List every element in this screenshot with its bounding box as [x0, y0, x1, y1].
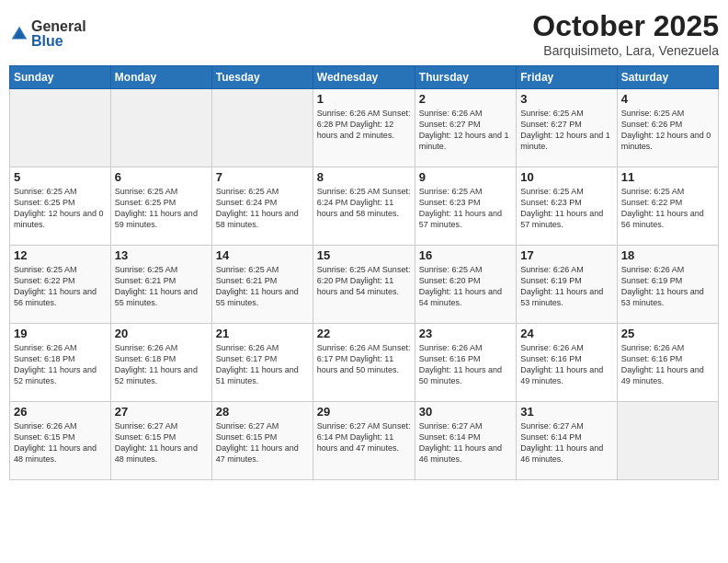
calendar-cell: 22Sunrise: 6:26 AM Sunset: 6:17 PM Dayli… — [313, 324, 415, 402]
day-info: Sunrise: 6:26 AM Sunset: 6:19 PM Dayligh… — [520, 264, 612, 309]
day-number: 5 — [14, 170, 107, 184]
day-number: 22 — [317, 327, 411, 340]
day-number: 25 — [621, 327, 714, 340]
day-info: Sunrise: 6:25 AM Sunset: 6:26 PM Dayligh… — [621, 108, 714, 153]
calendar-week-4: 19Sunrise: 6:26 AM Sunset: 6:18 PM Dayli… — [10, 324, 719, 402]
day-info: Sunrise: 6:26 AM Sunset: 6:28 PM Dayligh… — [317, 108, 411, 141]
day-number: 2 — [419, 92, 512, 106]
calendar-cell: 17Sunrise: 6:26 AM Sunset: 6:19 PM Dayli… — [517, 246, 617, 324]
calendar-cell: 3Sunrise: 6:25 AM Sunset: 6:27 PM Daylig… — [517, 89, 617, 167]
col-thursday: Thursday — [415, 66, 516, 89]
calendar-cell: 13Sunrise: 6:25 AM Sunset: 6:21 PM Dayli… — [110, 246, 211, 324]
calendar-body: 1Sunrise: 6:26 AM Sunset: 6:28 PM Daylig… — [10, 89, 719, 480]
day-number: 7 — [216, 170, 309, 184]
calendar-cell: 20Sunrise: 6:26 AM Sunset: 6:18 PM Dayli… — [110, 324, 211, 402]
calendar-cell: 31Sunrise: 6:27 AM Sunset: 6:14 PM Dayli… — [517, 402, 617, 480]
day-number: 31 — [520, 405, 612, 419]
calendar-cell: 25Sunrise: 6:26 AM Sunset: 6:16 PM Dayli… — [617, 324, 718, 402]
day-info: Sunrise: 6:25 AM Sunset: 6:25 PM Dayligh… — [14, 186, 107, 231]
day-number: 19 — [14, 327, 107, 340]
page: General Blue October 2025 Barquisimeto, … — [0, 0, 728, 563]
location: Barquisimeto, Lara, Venezuela — [532, 43, 719, 58]
day-number: 6 — [115, 170, 208, 184]
day-number: 8 — [317, 170, 411, 184]
logo-icon — [9, 24, 29, 44]
day-number: 24 — [520, 327, 612, 340]
day-number: 17 — [520, 248, 612, 262]
calendar-cell: 9Sunrise: 6:25 AM Sunset: 6:23 PM Daylig… — [415, 167, 516, 246]
header-row: Sunday Monday Tuesday Wednesday Thursday… — [10, 66, 719, 89]
calendar-cell: 30Sunrise: 6:27 AM Sunset: 6:14 PM Dayli… — [415, 402, 516, 480]
day-info: Sunrise: 6:25 AM Sunset: 6:22 PM Dayligh… — [621, 186, 714, 231]
col-friday: Friday — [517, 66, 617, 89]
calendar-cell: 10Sunrise: 6:25 AM Sunset: 6:23 PM Dayli… — [517, 167, 617, 246]
calendar-table: Sunday Monday Tuesday Wednesday Thursday… — [9, 65, 719, 480]
day-number: 12 — [14, 248, 107, 262]
day-info: Sunrise: 6:25 AM Sunset: 6:27 PM Dayligh… — [520, 108, 612, 153]
day-number: 27 — [115, 405, 208, 419]
header: General Blue October 2025 Barquisimeto, … — [9, 9, 719, 58]
day-info: Sunrise: 6:26 AM Sunset: 6:19 PM Dayligh… — [621, 264, 714, 309]
col-saturday: Saturday — [617, 66, 718, 89]
day-number: 4 — [621, 92, 714, 106]
calendar-cell: 5Sunrise: 6:25 AM Sunset: 6:25 PM Daylig… — [10, 167, 111, 246]
calendar-cell: 15Sunrise: 6:25 AM Sunset: 6:20 PM Dayli… — [313, 246, 415, 324]
day-number: 13 — [115, 248, 208, 262]
col-monday: Monday — [110, 66, 211, 89]
day-number: 20 — [115, 327, 208, 340]
day-info: Sunrise: 6:26 AM Sunset: 6:27 PM Dayligh… — [419, 108, 512, 153]
day-number: 3 — [520, 92, 612, 106]
day-info: Sunrise: 6:25 AM Sunset: 6:23 PM Dayligh… — [520, 186, 612, 231]
month-title: October 2025 — [532, 9, 719, 43]
day-info: Sunrise: 6:26 AM Sunset: 6:18 PM Dayligh… — [14, 342, 107, 387]
day-info: Sunrise: 6:27 AM Sunset: 6:14 PM Dayligh… — [419, 420, 512, 465]
col-tuesday: Tuesday — [211, 66, 313, 89]
day-number: 1 — [317, 92, 411, 106]
calendar-cell: 6Sunrise: 6:25 AM Sunset: 6:25 PM Daylig… — [110, 167, 211, 246]
calendar-cell: 1Sunrise: 6:26 AM Sunset: 6:28 PM Daylig… — [313, 89, 415, 167]
calendar-cell: 14Sunrise: 6:25 AM Sunset: 6:21 PM Dayli… — [211, 246, 313, 324]
logo-blue-text: Blue — [31, 34, 86, 49]
day-info: Sunrise: 6:25 AM Sunset: 6:20 PM Dayligh… — [317, 264, 411, 297]
calendar-cell: 28Sunrise: 6:27 AM Sunset: 6:15 PM Dayli… — [211, 402, 313, 480]
calendar-cell: 29Sunrise: 6:27 AM Sunset: 6:14 PM Dayli… — [313, 402, 415, 480]
day-info: Sunrise: 6:26 AM Sunset: 6:17 PM Dayligh… — [317, 342, 411, 375]
day-info: Sunrise: 6:25 AM Sunset: 6:21 PM Dayligh… — [216, 264, 309, 309]
day-number: 23 — [419, 327, 512, 340]
calendar-week-1: 1Sunrise: 6:26 AM Sunset: 6:28 PM Daylig… — [10, 89, 719, 167]
calendar-cell — [211, 89, 313, 167]
day-number: 11 — [621, 170, 714, 184]
day-info: Sunrise: 6:26 AM Sunset: 6:18 PM Dayligh… — [115, 342, 208, 387]
logo-general-text: General — [31, 19, 86, 34]
day-number: 21 — [216, 327, 309, 340]
calendar-cell: 2Sunrise: 6:26 AM Sunset: 6:27 PM Daylig… — [415, 89, 516, 167]
day-info: Sunrise: 6:25 AM Sunset: 6:22 PM Dayligh… — [14, 264, 107, 309]
calendar-week-2: 5Sunrise: 6:25 AM Sunset: 6:25 PM Daylig… — [10, 167, 719, 246]
day-info: Sunrise: 6:25 AM Sunset: 6:24 PM Dayligh… — [317, 186, 411, 219]
day-info: Sunrise: 6:25 AM Sunset: 6:25 PM Dayligh… — [115, 186, 208, 231]
calendar-cell: 26Sunrise: 6:26 AM Sunset: 6:15 PM Dayli… — [10, 402, 111, 480]
day-number: 9 — [419, 170, 512, 184]
day-info: Sunrise: 6:26 AM Sunset: 6:16 PM Dayligh… — [520, 342, 612, 387]
day-number: 14 — [216, 248, 309, 262]
day-info: Sunrise: 6:25 AM Sunset: 6:20 PM Dayligh… — [419, 264, 512, 309]
calendar-cell: 21Sunrise: 6:26 AM Sunset: 6:17 PM Dayli… — [211, 324, 313, 402]
day-info: Sunrise: 6:26 AM Sunset: 6:17 PM Dayligh… — [216, 342, 309, 387]
day-info: Sunrise: 6:25 AM Sunset: 6:23 PM Dayligh… — [419, 186, 512, 231]
day-info: Sunrise: 6:27 AM Sunset: 6:14 PM Dayligh… — [520, 420, 612, 465]
calendar-cell — [110, 89, 211, 167]
day-info: Sunrise: 6:26 AM Sunset: 6:15 PM Dayligh… — [14, 420, 107, 465]
calendar-cell: 23Sunrise: 6:26 AM Sunset: 6:16 PM Dayli… — [415, 324, 516, 402]
calendar-cell: 16Sunrise: 6:25 AM Sunset: 6:20 PM Dayli… — [415, 246, 516, 324]
col-sunday: Sunday — [10, 66, 111, 89]
calendar-cell: 7Sunrise: 6:25 AM Sunset: 6:24 PM Daylig… — [211, 167, 313, 246]
day-number: 28 — [216, 405, 309, 419]
calendar-cell: 12Sunrise: 6:25 AM Sunset: 6:22 PM Dayli… — [10, 246, 111, 324]
day-info: Sunrise: 6:27 AM Sunset: 6:14 PM Dayligh… — [317, 420, 411, 454]
calendar-cell: 4Sunrise: 6:25 AM Sunset: 6:26 PM Daylig… — [617, 89, 718, 167]
calendar-cell — [10, 89, 111, 167]
day-number: 18 — [621, 248, 714, 262]
day-info: Sunrise: 6:26 AM Sunset: 6:16 PM Dayligh… — [419, 342, 512, 387]
calendar-week-3: 12Sunrise: 6:25 AM Sunset: 6:22 PM Dayli… — [10, 246, 719, 324]
day-info: Sunrise: 6:25 AM Sunset: 6:21 PM Dayligh… — [115, 264, 208, 309]
